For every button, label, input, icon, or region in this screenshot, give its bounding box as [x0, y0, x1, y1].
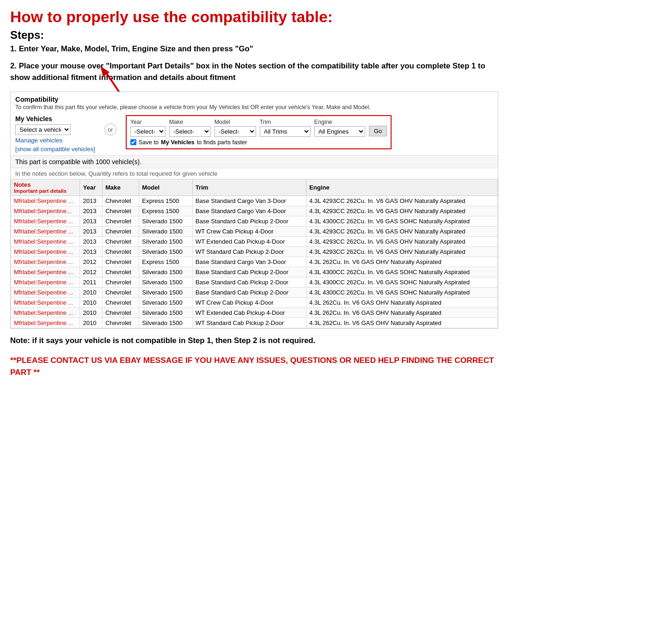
table-row: Mfrlabel:Serpentine...2013ChevroletExpre… [11, 206, 498, 216]
trim-select[interactable]: All Trims [260, 126, 311, 137]
cell-notes: Mfrlabel:Serpentine ... [11, 216, 80, 227]
cell-notes: Mfrlabel:Serpentine ... [11, 308, 80, 318]
table-row: Mfrlabel:Serpentine ...2013ChevroletSilv… [11, 247, 498, 257]
table-body: Mfrlabel:Serpentine ...2013ChevroletExpr… [11, 196, 498, 328]
engine-select[interactable]: All Engines [314, 126, 365, 137]
table-row: Mfrlabel:Serpentine ...2010ChevroletSilv… [11, 298, 498, 308]
cell-trim: Base Standard Cab Pickup 2-Door [192, 216, 306, 227]
cell-model: Silverado 1500 [139, 318, 192, 328]
cell-model: Silverado 1500 [139, 308, 192, 318]
cell-model: Express 1500 [139, 257, 192, 267]
table-row: Mfrlabel:Serpentine ...2013ChevroletExpr… [11, 196, 498, 206]
cell-engine: 4.3L 4300CC 262Cu. In. V6 GAS SOHC Natur… [306, 216, 497, 227]
cell-engine: 4.3L 262Cu. In. V6 GAS OHV Naturally Asp… [306, 257, 497, 267]
cell-year: 2013 [80, 237, 102, 247]
engine-field-group: Engine All Engines [314, 119, 365, 137]
cell-engine: 4.3L 262Cu. In. V6 GAS OHV Naturally Asp… [306, 318, 497, 328]
cell-notes: Mfrlabel:Serpentine ... [11, 298, 80, 308]
compat-info-bar: This part is compatible with 1000 vehicl… [11, 155, 498, 168]
model-field-group: Model -Select- [214, 119, 256, 137]
cell-trim: WT Extended Cab Pickup 4-Door [192, 237, 306, 247]
cell-make: Chevrolet [102, 318, 139, 328]
table-row: Mfrlabel:Serpentine ...2010ChevroletSilv… [11, 288, 498, 298]
cell-year: 2013 [80, 227, 102, 237]
cell-engine: 4.3L 4300CC 262Cu. In. V6 GAS SOHC Natur… [306, 288, 497, 298]
show-all-link[interactable]: [show all compatible vehicles] [15, 146, 95, 153]
cell-year: 2012 [80, 267, 102, 277]
my-vehicles-label: My Vehicles [15, 115, 95, 123]
select-vehicle-dropdown[interactable]: Select a vehicle [15, 124, 71, 135]
select-vehicle-row: Select a vehicle [15, 124, 95, 135]
cell-make: Chevrolet [102, 237, 139, 247]
cell-model: Silverado 1500 [139, 216, 192, 227]
col-make: Make [102, 179, 139, 196]
model-label: Model [214, 119, 256, 125]
cell-model: Silverado 1500 [139, 267, 192, 277]
cell-trim: Base Standard Cab Pickup 2-Door [192, 288, 306, 298]
year-label: Year [130, 119, 165, 125]
table-row: Mfrlabel:Serpentine ...2013ChevroletSilv… [11, 237, 498, 247]
cell-engine: 4.3L 4293CC 262Cu. In. V6 GAS OHV Natura… [306, 237, 497, 247]
cell-notes: Mfrlabel:Serpentine ... [11, 196, 80, 206]
steps-heading: Steps: [10, 29, 498, 42]
cell-engine: 4.3L 4293CC 262Cu. In. V6 GAS OHV Natura… [306, 247, 497, 257]
manage-vehicles-link[interactable]: Manage vehicles [15, 137, 95, 144]
compat-title: Compatibility [15, 96, 493, 103]
cell-trim: Base Standard Cab Pickup 2-Door [192, 267, 306, 277]
cell-year: 2013 [80, 247, 102, 257]
my-vehicles-section: My Vehicles Select a vehicle Manage vehi… [15, 115, 95, 153]
cell-notes: Mfrlabel:Serpentine ... [11, 247, 80, 257]
compat-header: Compatibility To confirm that this part … [11, 92, 498, 112]
cell-make: Chevrolet [102, 267, 139, 277]
cell-trim: Base Standard Cab Pickup 2-Door [192, 277, 306, 288]
year-field-group: Year -Select- [130, 119, 165, 137]
cell-notes: Mfrlabel:Serpentine ... [11, 277, 80, 288]
cell-engine: 4.3L 4293CC 262Cu. In. V6 GAS OHV Natura… [306, 227, 497, 237]
cell-notes: Mfrlabel:Serpentine ... [11, 227, 80, 237]
engine-label: Engine [314, 119, 365, 125]
cell-model: Silverado 1500 [139, 277, 192, 288]
cell-year: 2010 [80, 298, 102, 308]
cell-engine: 4.3L 4300CC 262Cu. In. V6 GAS SOHC Natur… [306, 267, 497, 277]
or-circle: or [104, 123, 116, 135]
step1-text: 1. Enter Year, Make, Model, Trim, Engine… [10, 44, 498, 54]
cell-engine: 4.3L 262Cu. In. V6 GAS OHV Naturally Asp… [306, 308, 497, 318]
cell-engine: 4.3L 262Cu. In. V6 GAS OHV Naturally Asp… [306, 298, 497, 308]
cell-year: 2011 [80, 277, 102, 288]
cell-model: Silverado 1500 [139, 247, 192, 257]
contact-section: **PLEASE CONTACT US VIA EBAY MESSAGE IF … [10, 355, 498, 379]
col-trim: Trim [192, 179, 306, 196]
cell-notes: Mfrlabel:Serpentine... [11, 206, 80, 216]
cell-trim: WT Extended Cab Pickup 4-Door [192, 308, 306, 318]
compat-quantity-bar: In the notes section below, Quantity ref… [11, 168, 498, 179]
note-section: Note: if it says your vehicle is not com… [10, 336, 498, 345]
col-engine: Engine [306, 179, 497, 196]
compat-vehicles-row: My Vehicles Select a vehicle Manage vehi… [11, 112, 498, 155]
cell-model: Silverado 1500 [139, 237, 192, 247]
cell-make: Chevrolet [102, 288, 139, 298]
important-part-details-label: Important part details [14, 188, 77, 194]
table-row: Mfrlabel:Serpentine ...2012ChevroletSilv… [11, 267, 498, 277]
step2-text: 2. Place your mouse over "Important Part… [10, 60, 498, 83]
go-button[interactable]: Go [369, 126, 387, 136]
make-field-group: Make -Select- [169, 119, 211, 137]
save-my-vehicles-label: My Vehicles [161, 139, 195, 146]
col-model: Model [139, 179, 192, 196]
cell-trim: Base Standard Cargo Van 3-Door [192, 257, 306, 267]
cell-trim: WT Standard Cab Pickup 2-Door [192, 318, 306, 328]
cell-year: 2010 [80, 318, 102, 328]
model-select[interactable]: -Select- [214, 126, 256, 137]
make-label: Make [169, 119, 211, 125]
year-make-row: Year -Select- Make -Select- Mo [130, 119, 387, 137]
save-label: Save to [139, 139, 159, 146]
year-select[interactable]: -Select- [130, 126, 165, 137]
make-select[interactable]: -Select- [169, 126, 211, 137]
cell-trim: WT Standard Cab Pickup 2-Door [192, 247, 306, 257]
cell-trim: WT Crew Cab Pickup 4-Door [192, 227, 306, 237]
save-checkbox[interactable] [130, 139, 136, 145]
save-row: Save to My Vehicles to finds parts faste… [130, 139, 387, 146]
trim-label: Trim [260, 119, 311, 125]
cell-make: Chevrolet [102, 206, 139, 216]
cell-notes: Mfrlabel:Serpentine ... [11, 257, 80, 267]
notes-header-label: Notes [14, 181, 31, 188]
